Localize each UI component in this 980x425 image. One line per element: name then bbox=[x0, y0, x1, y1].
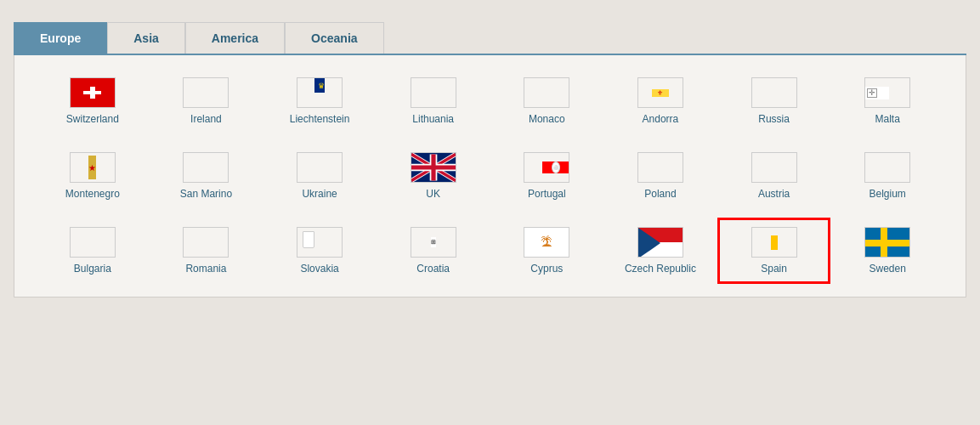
country-name-sm: San Marino bbox=[180, 188, 232, 200]
country-name-cz: Czech Republic bbox=[625, 263, 696, 275]
country-item-li[interactable]: ♛ Liechtenstein bbox=[267, 72, 372, 130]
country-name-cy: Cyprus bbox=[530, 263, 563, 275]
country-name-bg: Bulgaria bbox=[74, 263, 111, 275]
country-item-at[interactable]: Austria bbox=[722, 147, 827, 205]
country-name-lt: Lithuania bbox=[412, 113, 454, 125]
country-name-li: Liechtenstein bbox=[290, 113, 350, 125]
country-item-be[interactable]: Belgium bbox=[835, 147, 940, 205]
country-name-ru: Russia bbox=[758, 113, 790, 125]
country-item-pt[interactable]: ⚪ Portugal bbox=[495, 147, 600, 205]
country-item-ad[interactable]: ⚜ Andorra bbox=[608, 72, 713, 130]
country-item-cy[interactable]: 🏝 Cyprus bbox=[495, 222, 600, 280]
country-name-ua: Ukraine bbox=[302, 188, 337, 200]
country-name-uk: UK bbox=[426, 188, 440, 200]
country-name-sk: Slovakia bbox=[300, 263, 338, 275]
country-name-me: Montenegro bbox=[65, 188, 120, 200]
country-item-ch[interactable]: Switzerland bbox=[40, 72, 145, 130]
tabs: Europe Asia America Oceania bbox=[14, 22, 966, 55]
country-item-pl[interactable]: Poland bbox=[608, 147, 713, 205]
country-item-se[interactable]: Sweden bbox=[835, 222, 940, 280]
tab-europe[interactable]: Europe bbox=[14, 22, 107, 54]
country-item-uk[interactable]: UK bbox=[381, 147, 486, 205]
country-name-ch: Switzerland bbox=[66, 113, 119, 125]
country-name-ad: Andorra bbox=[643, 113, 679, 125]
country-name-mc: Monaco bbox=[529, 113, 565, 125]
country-name-hr: Croatia bbox=[416, 263, 450, 275]
country-item-lt[interactable]: Lithuania bbox=[381, 72, 486, 130]
country-item-hr[interactable]: ⊞ Croatia bbox=[381, 222, 486, 280]
country-item-ro[interactable]: Romania bbox=[154, 222, 259, 280]
country-item-mc[interactable]: Monaco bbox=[495, 72, 600, 130]
tab-oceania[interactable]: Oceania bbox=[285, 22, 383, 54]
country-item-es[interactable]: Spain bbox=[722, 222, 827, 280]
country-name-pl: Poland bbox=[644, 188, 676, 200]
country-item-ru[interactable]: Russia bbox=[722, 72, 827, 130]
country-name-at: Austria bbox=[758, 188, 790, 200]
country-name-se: Sweden bbox=[870, 263, 906, 275]
country-item-sm[interactable]: San Marino bbox=[154, 147, 259, 205]
country-name-mt: Malta bbox=[875, 113, 900, 125]
countries-panel: Switzerland Ireland ♛ Liechtenstein Lith… bbox=[14, 55, 966, 298]
country-name-es: Spain bbox=[761, 263, 787, 275]
country-item-bg[interactable]: Bulgaria bbox=[40, 222, 145, 280]
countries-grid: Switzerland Ireland ♛ Liechtenstein Lith… bbox=[40, 72, 940, 280]
country-item-cz[interactable]: Czech Republic bbox=[608, 222, 713, 280]
tab-asia[interactable]: Asia bbox=[107, 22, 185, 54]
tab-america[interactable]: America bbox=[185, 22, 285, 54]
country-item-sk[interactable]: Slovakia bbox=[267, 222, 372, 280]
country-name-be: Belgium bbox=[870, 188, 906, 200]
country-name-pt: Portugal bbox=[528, 188, 566, 200]
country-item-ua[interactable]: Ukraine bbox=[267, 147, 372, 205]
country-name-ie: Ireland bbox=[190, 113, 222, 125]
country-name-ro: Romania bbox=[185, 263, 226, 275]
country-item-ie[interactable]: Ireland bbox=[154, 72, 259, 130]
country-item-mt[interactable]: ✛ Malta bbox=[835, 72, 940, 130]
country-item-me[interactable]: ★ Montenegro bbox=[40, 147, 145, 205]
